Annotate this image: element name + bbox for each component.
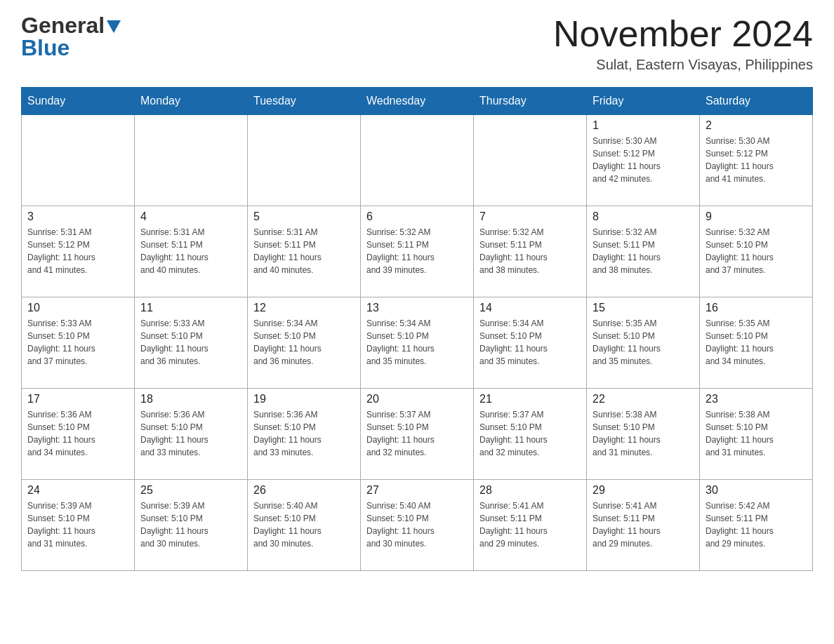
day-info: Sunrise: 5:34 AM Sunset: 5:10 PM Dayligh…	[253, 317, 355, 368]
day-number: 6	[366, 210, 468, 223]
day-number: 3	[27, 210, 128, 223]
day-number: 11	[140, 302, 241, 314]
day-cell: 3Sunrise: 5:31 AM Sunset: 5:12 PM Daylig…	[22, 206, 135, 297]
day-info: Sunrise: 5:30 AM Sunset: 5:12 PM Dayligh…	[593, 135, 694, 185]
day-cell: 11Sunrise: 5:33 AM Sunset: 5:10 PM Dayli…	[135, 297, 248, 389]
logo-general-text: General	[21, 14, 105, 36]
day-info: Sunrise: 5:35 AM Sunset: 5:10 PM Dayligh…	[593, 317, 694, 368]
column-header-tuesday: Tuesday	[248, 88, 361, 115]
day-cell	[474, 115, 587, 206]
day-cell: 19Sunrise: 5:36 AM Sunset: 5:10 PM Dayli…	[248, 389, 361, 480]
day-info: Sunrise: 5:33 AM Sunset: 5:10 PM Dayligh…	[27, 317, 128, 368]
day-cell: 13Sunrise: 5:34 AM Sunset: 5:10 PM Dayli…	[361, 297, 474, 389]
column-header-sunday: Sunday	[22, 88, 135, 115]
day-number: 23	[706, 393, 807, 405]
day-number: 26	[253, 484, 355, 497]
day-cell	[361, 115, 474, 206]
week-row-4: 17Sunrise: 5:36 AM Sunset: 5:10 PM Dayli…	[22, 389, 813, 480]
day-info: Sunrise: 5:32 AM Sunset: 5:10 PM Dayligh…	[706, 226, 807, 276]
day-number: 27	[366, 484, 468, 497]
day-cell: 10Sunrise: 5:33 AM Sunset: 5:10 PM Dayli…	[22, 297, 135, 389]
day-number: 14	[479, 302, 581, 314]
day-cell: 22Sunrise: 5:38 AM Sunset: 5:10 PM Dayli…	[587, 389, 700, 480]
day-number: 30	[706, 484, 807, 497]
column-header-monday: Monday	[135, 88, 248, 115]
day-cell: 28Sunrise: 5:41 AM Sunset: 5:11 PM Dayli…	[474, 480, 587, 571]
day-info: Sunrise: 5:39 AM Sunset: 5:10 PM Dayligh…	[27, 499, 128, 550]
day-number: 29	[593, 484, 694, 497]
day-cell: 24Sunrise: 5:39 AM Sunset: 5:10 PM Dayli…	[22, 480, 135, 571]
page-header: General Blue November 2024 Sulat, Easter…	[21, 14, 813, 73]
title-block: November 2024 Sulat, Eastern Visayas, Ph…	[553, 14, 813, 73]
day-number: 25	[140, 484, 241, 497]
day-cell: 7Sunrise: 5:32 AM Sunset: 5:11 PM Daylig…	[474, 206, 587, 297]
day-cell: 1Sunrise: 5:30 AM Sunset: 5:12 PM Daylig…	[587, 115, 700, 206]
day-number: 15	[593, 302, 694, 314]
day-info: Sunrise: 5:32 AM Sunset: 5:11 PM Dayligh…	[366, 226, 468, 276]
column-header-thursday: Thursday	[474, 88, 587, 115]
day-cell: 29Sunrise: 5:41 AM Sunset: 5:11 PM Dayli…	[587, 480, 700, 571]
day-info: Sunrise: 5:35 AM Sunset: 5:10 PM Dayligh…	[706, 317, 807, 368]
day-number: 13	[366, 302, 468, 314]
day-info: Sunrise: 5:36 AM Sunset: 5:10 PM Dayligh…	[140, 408, 241, 459]
month-title: November 2024	[553, 14, 813, 54]
day-cell: 23Sunrise: 5:38 AM Sunset: 5:10 PM Dayli…	[700, 389, 813, 480]
day-number: 28	[479, 484, 581, 497]
day-info: Sunrise: 5:31 AM Sunset: 5:12 PM Dayligh…	[27, 226, 128, 276]
column-header-saturday: Saturday	[700, 88, 813, 115]
day-info: Sunrise: 5:38 AM Sunset: 5:10 PM Dayligh…	[593, 408, 694, 459]
day-info: Sunrise: 5:39 AM Sunset: 5:10 PM Dayligh…	[140, 499, 241, 550]
day-cell: 25Sunrise: 5:39 AM Sunset: 5:10 PM Dayli…	[135, 480, 248, 571]
day-cell	[135, 115, 248, 206]
day-cell: 30Sunrise: 5:42 AM Sunset: 5:11 PM Dayli…	[700, 480, 813, 571]
day-info: Sunrise: 5:30 AM Sunset: 5:12 PM Dayligh…	[706, 135, 807, 185]
day-cell: 17Sunrise: 5:36 AM Sunset: 5:10 PM Dayli…	[22, 389, 135, 480]
day-number: 24	[27, 484, 128, 497]
day-info: Sunrise: 5:32 AM Sunset: 5:11 PM Dayligh…	[479, 226, 581, 276]
day-number: 2	[706, 119, 807, 132]
day-cell: 6Sunrise: 5:32 AM Sunset: 5:11 PM Daylig…	[361, 206, 474, 297]
day-cell: 12Sunrise: 5:34 AM Sunset: 5:10 PM Dayli…	[248, 297, 361, 389]
day-cell: 16Sunrise: 5:35 AM Sunset: 5:10 PM Dayli…	[700, 297, 813, 389]
day-cell: 20Sunrise: 5:37 AM Sunset: 5:10 PM Dayli…	[361, 389, 474, 480]
day-info: Sunrise: 5:34 AM Sunset: 5:10 PM Dayligh…	[366, 317, 468, 368]
day-cell: 21Sunrise: 5:37 AM Sunset: 5:10 PM Dayli…	[474, 389, 587, 480]
day-info: Sunrise: 5:36 AM Sunset: 5:10 PM Dayligh…	[27, 408, 128, 459]
day-info: Sunrise: 5:37 AM Sunset: 5:10 PM Dayligh…	[366, 408, 468, 459]
week-row-1: 1Sunrise: 5:30 AM Sunset: 5:12 PM Daylig…	[22, 115, 813, 206]
column-header-friday: Friday	[587, 88, 700, 115]
logo-triangle-icon	[107, 20, 121, 33]
day-number: 9	[706, 210, 807, 223]
day-cell: 2Sunrise: 5:30 AM Sunset: 5:12 PM Daylig…	[700, 115, 813, 206]
day-cell	[22, 115, 135, 206]
day-number: 4	[140, 210, 241, 223]
day-cell: 27Sunrise: 5:40 AM Sunset: 5:10 PM Dayli…	[361, 480, 474, 571]
day-number: 8	[593, 210, 694, 223]
day-info: Sunrise: 5:41 AM Sunset: 5:11 PM Dayligh…	[593, 499, 694, 550]
day-number: 17	[27, 393, 128, 405]
day-info: Sunrise: 5:40 AM Sunset: 5:10 PM Dayligh…	[253, 499, 355, 550]
day-number: 10	[27, 302, 128, 314]
column-header-wednesday: Wednesday	[361, 88, 474, 115]
day-info: Sunrise: 5:33 AM Sunset: 5:10 PM Dayligh…	[140, 317, 241, 368]
day-cell: 4Sunrise: 5:31 AM Sunset: 5:11 PM Daylig…	[135, 206, 248, 297]
day-info: Sunrise: 5:31 AM Sunset: 5:11 PM Dayligh…	[140, 226, 241, 276]
day-cell: 14Sunrise: 5:34 AM Sunset: 5:10 PM Dayli…	[474, 297, 587, 389]
day-info: Sunrise: 5:40 AM Sunset: 5:10 PM Dayligh…	[366, 499, 468, 550]
day-cell: 8Sunrise: 5:32 AM Sunset: 5:11 PM Daylig…	[587, 206, 700, 297]
day-number: 19	[253, 393, 355, 405]
calendar-table: SundayMondayTuesdayWednesdayThursdayFrid…	[21, 87, 813, 571]
week-row-2: 3Sunrise: 5:31 AM Sunset: 5:12 PM Daylig…	[22, 206, 813, 297]
day-cell: 5Sunrise: 5:31 AM Sunset: 5:11 PM Daylig…	[248, 206, 361, 297]
logo-blue-text: Blue	[21, 36, 70, 59]
day-info: Sunrise: 5:37 AM Sunset: 5:10 PM Dayligh…	[479, 408, 581, 459]
day-number: 18	[140, 393, 241, 405]
week-row-5: 24Sunrise: 5:39 AM Sunset: 5:10 PM Dayli…	[22, 480, 813, 571]
day-info: Sunrise: 5:38 AM Sunset: 5:10 PM Dayligh…	[706, 408, 807, 459]
day-number: 16	[706, 302, 807, 314]
day-info: Sunrise: 5:42 AM Sunset: 5:11 PM Dayligh…	[706, 499, 807, 550]
day-number: 7	[479, 210, 581, 223]
day-info: Sunrise: 5:32 AM Sunset: 5:11 PM Dayligh…	[593, 226, 694, 276]
day-cell: 26Sunrise: 5:40 AM Sunset: 5:10 PM Dayli…	[248, 480, 361, 571]
subtitle: Sulat, Eastern Visayas, Philippines	[553, 57, 813, 73]
